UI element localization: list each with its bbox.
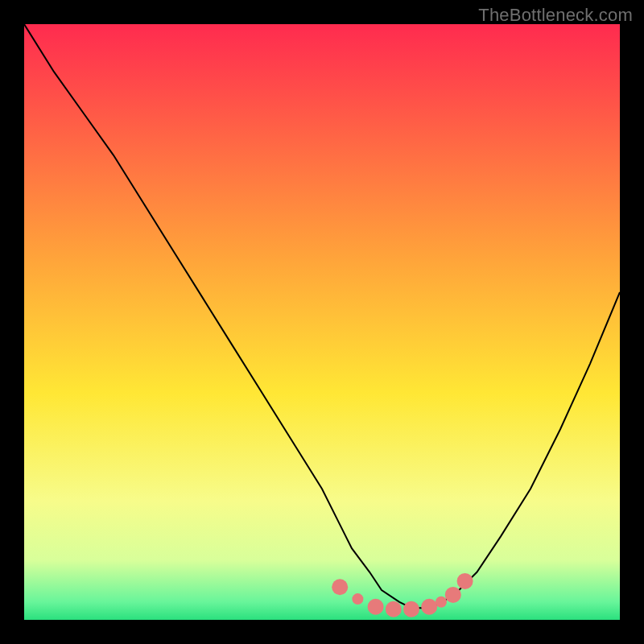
plot-area: [24, 24, 620, 620]
marker-dot: [368, 599, 384, 615]
marker-dot: [386, 601, 402, 617]
gradient-background: [24, 24, 620, 620]
marker-dot: [403, 601, 419, 617]
marker-dot: [352, 593, 363, 605]
marker-dot: [457, 573, 473, 589]
chart-frame: TheBottleneck.com: [0, 0, 644, 644]
chart-canvas: [24, 24, 620, 620]
marker-dot: [421, 599, 437, 615]
watermark-text: TheBottleneck.com: [478, 5, 633, 26]
marker-dot: [332, 579, 348, 595]
marker-dot: [436, 597, 447, 608]
marker-dot: [445, 587, 461, 603]
